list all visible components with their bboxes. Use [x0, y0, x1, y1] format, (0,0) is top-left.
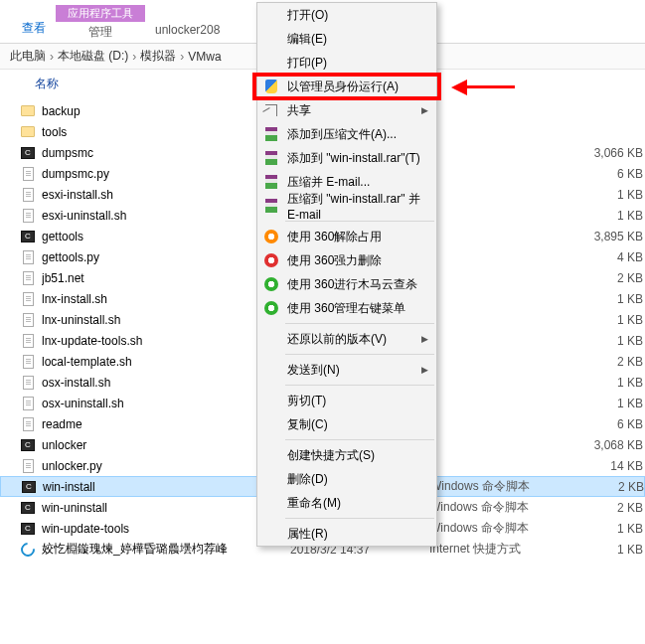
file-name: jb51.net	[42, 271, 290, 285]
file-name: win-install	[43, 480, 291, 494]
rar-icon	[263, 150, 279, 166]
breadcrumb-item[interactable]: 本地磁盘 (D:)	[56, 48, 130, 65]
file-size: 1 KB	[578, 334, 643, 348]
ctx-360-manage-label: 使用 360管理右键菜单	[287, 300, 405, 317]
ctx-send-to[interactable]: 发送到(N)	[257, 358, 436, 382]
ctx-cut[interactable]: 剪切(T)	[257, 389, 436, 412]
ctx-add-archive-label: 添加到压缩文件(A)...	[287, 126, 397, 143]
file-type: Windows 命令脚本	[429, 520, 578, 537]
ctx-add-archive-name[interactable]: 添加到 "win-install.rar"(T)	[257, 146, 436, 170]
bat-icon	[21, 479, 37, 495]
chevron-right-icon: ›	[178, 50, 186, 64]
file-size: 1 KB	[578, 397, 643, 410]
rar-icon	[263, 198, 279, 214]
ctx-360-trojan-scan[interactable]: 使用 360进行木马云查杀	[257, 272, 436, 296]
file-icon	[20, 270, 36, 286]
bat-icon	[20, 145, 36, 161]
file-size: 3,066 KB	[578, 146, 643, 160]
file-icon	[20, 333, 36, 349]
ctx-edit[interactable]: 编辑(E)	[257, 27, 436, 51]
file-size: 1 KB	[578, 209, 643, 223]
file-icon	[20, 354, 36, 370]
ctx-create-shortcut[interactable]: 创建快捷方式(S)	[257, 443, 436, 467]
ctx-add-archive[interactable]: 添加到压缩文件(A)...	[257, 122, 436, 146]
separator	[285, 323, 434, 324]
ctx-rename[interactable]: 重命名(M)	[257, 491, 436, 515]
file-icon	[20, 208, 36, 224]
file-size: 3,895 KB	[578, 230, 643, 243]
file-size: 2 KB	[578, 501, 643, 515]
annotation-highlight-box	[252, 73, 441, 100]
ctx-archive-email-label: 压缩并 E-mail...	[287, 174, 370, 191]
file-size: 2 KB	[578, 271, 643, 285]
file-size: 1 KB	[578, 313, 643, 327]
file-name: gettools.py	[42, 250, 290, 264]
file-icon	[20, 249, 36, 265]
file-type: Windows 命令脚本	[429, 499, 578, 516]
ctx-open[interactable]: 打开(O)	[257, 3, 436, 27]
rar-icon	[263, 174, 279, 190]
file-size: 3,068 KB	[578, 438, 643, 452]
ribbon-contextual-sub[interactable]: 管理	[81, 22, 120, 43]
ctx-copy[interactable]: 复制(C)	[257, 412, 436, 436]
file-size: 6 KB	[578, 167, 643, 181]
ctx-restore-previous[interactable]: 还原以前的版本(V)	[257, 327, 436, 351]
ctx-360-manage-menu[interactable]: 使用 360管理右键菜单	[257, 296, 436, 320]
file-name: 姣忔棩鏇瑰煉_婷樺昏璐曟壜枃荐峰	[42, 541, 290, 558]
file-name: osx-uninstall.sh	[42, 397, 290, 410]
bat-icon	[20, 437, 36, 453]
separator	[285, 518, 434, 519]
ctx-properties[interactable]: 属性(R)	[257, 522, 436, 546]
bat-icon	[20, 500, 36, 516]
file-name: tools	[42, 125, 290, 139]
file-size: 4 KB	[578, 250, 643, 264]
file-name: osx-install.sh	[42, 376, 290, 390]
ctx-share[interactable]: 共享	[257, 98, 436, 122]
separator	[285, 385, 434, 386]
ctx-360-force-delete[interactable]: 使用 360强力删除	[257, 248, 436, 272]
file-size: 1 KB	[578, 522, 643, 536]
file-name: win-update-tools	[42, 522, 290, 536]
ctx-360-trojan-label: 使用 360进行木马云查杀	[287, 276, 417, 293]
file-icon	[20, 396, 36, 411]
ctx-360-unlock[interactable]: 使用 360解除占用	[257, 225, 436, 248]
bat-icon	[20, 229, 36, 244]
chevron-right-icon: ›	[48, 50, 56, 64]
360-icon	[263, 300, 279, 316]
share-icon	[263, 102, 279, 118]
tab-view[interactable]: 查看	[12, 20, 56, 43]
file-icon	[20, 416, 36, 432]
ctx-archive-name-email[interactable]: 压缩到 "win-install.rar" 并 E-mail	[257, 194, 436, 218]
chevron-right-icon: ›	[130, 50, 138, 64]
ctx-delete[interactable]: 删除(D)	[257, 467, 436, 491]
ctx-add-archive-name-label: 添加到 "win-install.rar"(T)	[287, 150, 420, 167]
ribbon-contextual-title: 应用程序工具	[56, 5, 145, 22]
rar-icon	[263, 126, 279, 142]
ctx-print[interactable]: 打印(P)	[257, 51, 436, 75]
breadcrumb-item[interactable]: VMwa	[186, 50, 223, 64]
file-icon	[20, 291, 36, 307]
file-name: unlocker	[42, 438, 290, 452]
file-size: 6 KB	[578, 417, 643, 431]
file-name: esxi-uninstall.sh	[42, 209, 290, 223]
file-size: 14 KB	[578, 459, 643, 473]
file-name: dumpsmc.py	[42, 167, 290, 181]
file-icon	[20, 187, 36, 203]
file-type: Internet 快捷方式	[429, 541, 578, 558]
ctx-archive-name-email-label: 压缩到 "win-install.rar" 并 E-mail	[287, 191, 426, 222]
annotation-arrow	[465, 85, 515, 88]
breadcrumb-item[interactable]: 模拟器	[138, 48, 178, 65]
file-icon	[20, 375, 36, 391]
file-size: 2 KB	[578, 355, 643, 369]
file-name: lnx-update-tools.sh	[42, 334, 290, 348]
file-name: backup	[42, 104, 290, 118]
360-icon	[263, 276, 279, 292]
folder-icon	[20, 103, 36, 119]
file-icon	[20, 312, 36, 328]
file-name: unlocker.py	[42, 459, 290, 473]
ctx-share-label: 共享	[287, 102, 311, 119]
file-type: Windows 命令脚本	[430, 478, 579, 495]
breadcrumb-item[interactable]: 此电脑	[8, 48, 48, 65]
file-size: 2 KB	[579, 480, 644, 494]
ctx-360-force-label: 使用 360强力删除	[287, 252, 382, 269]
